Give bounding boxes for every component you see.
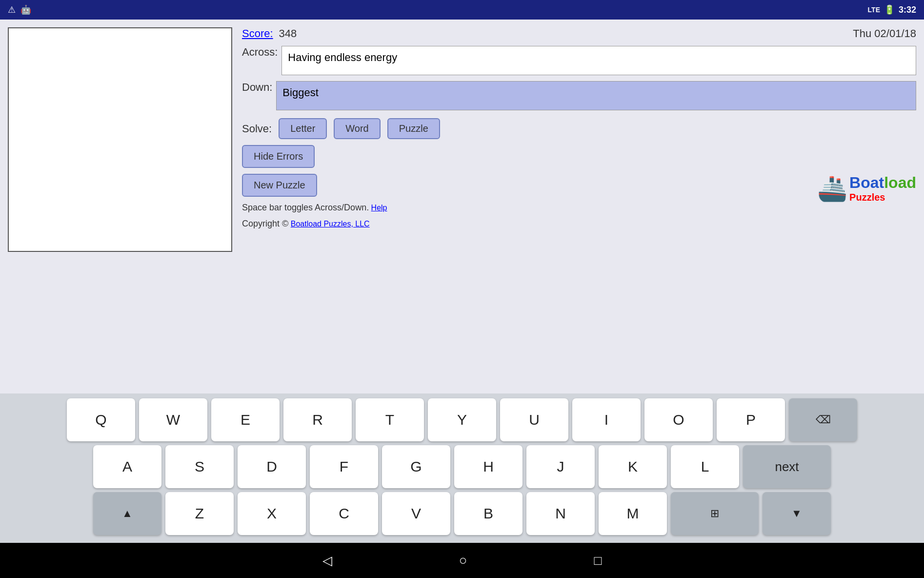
copyright-link[interactable]: Boatload Puzzles, LLC bbox=[291, 220, 370, 228]
battery-icon: 🔋 bbox=[884, 4, 895, 15]
key-z[interactable]: Z bbox=[165, 492, 234, 535]
key-o[interactable]: O bbox=[644, 398, 713, 441]
key-l[interactable]: L bbox=[671, 445, 739, 488]
key-m[interactable]: M bbox=[599, 492, 667, 535]
time-display: 3:32 bbox=[899, 5, 916, 15]
game-area: Score: 348 Thu 02/01/18 Across: Having e… bbox=[0, 20, 924, 393]
boat-icon: 🚢 bbox=[817, 174, 847, 203]
boatload-logo: 🚢 Boatload Puzzles bbox=[817, 174, 916, 203]
key-backspace[interactable]: ⌫ bbox=[789, 398, 857, 441]
down-clue-text: Biggest bbox=[282, 86, 318, 99]
across-section: Across: Having endless energy bbox=[242, 46, 916, 75]
key-b[interactable]: B bbox=[454, 492, 522, 535]
key-f[interactable]: F bbox=[310, 445, 378, 488]
key-i[interactable]: I bbox=[572, 398, 641, 441]
help-link[interactable]: Help bbox=[371, 204, 387, 212]
key-next[interactable]: next bbox=[743, 445, 831, 488]
recent-apps-button[interactable] bbox=[594, 553, 602, 568]
logo-text-stack: Boatload Puzzles bbox=[849, 174, 916, 203]
key-d[interactable]: D bbox=[238, 445, 306, 488]
nav-bar bbox=[0, 543, 924, 578]
key-s[interactable]: S bbox=[165, 445, 234, 488]
right-panel: Score: 348 Thu 02/01/18 Across: Having e… bbox=[242, 27, 916, 386]
solve-row: Solve: Letter Word Puzzle bbox=[242, 118, 916, 139]
key-v[interactable]: V bbox=[382, 492, 450, 535]
key-y[interactable]: Y bbox=[428, 398, 496, 441]
copyright-text: Copyright © bbox=[242, 219, 288, 228]
boatload-blue-text: Boat bbox=[849, 174, 884, 191]
solve-word-button[interactable]: Word bbox=[334, 118, 380, 139]
copyright-row: Copyright © Boatload Puzzles, LLC bbox=[242, 219, 387, 229]
keyboard-row-2: A S D F G H J K L next bbox=[4, 445, 920, 488]
keyboard: Q W E R T Y U I O P ⌫ A S D F G H J K L … bbox=[0, 393, 924, 543]
key-shift[interactable]: ▲ bbox=[93, 492, 161, 535]
crossword-grid[interactable] bbox=[8, 27, 232, 252]
key-j[interactable]: J bbox=[526, 445, 595, 488]
help-row: Space bar toggles Across/Down. Help bbox=[242, 203, 387, 213]
new-puzzle-button[interactable]: New Puzzle bbox=[242, 174, 317, 197]
warning-icon: ⚠ bbox=[8, 4, 16, 15]
hide-errors-button[interactable]: Hide Errors bbox=[242, 145, 315, 168]
date-display: Thu 02/01/18 bbox=[853, 27, 916, 40]
key-n[interactable]: N bbox=[526, 492, 595, 535]
key-w[interactable]: W bbox=[139, 398, 207, 441]
boatload-green-text: load bbox=[884, 174, 916, 191]
key-layout[interactable]: ⊞ bbox=[671, 492, 759, 535]
key-q[interactable]: Q bbox=[67, 398, 135, 441]
key-r[interactable]: R bbox=[283, 398, 352, 441]
solve-letter-button[interactable]: Letter bbox=[279, 118, 327, 139]
bottom-area: New Puzzle Space bar toggles Across/Down… bbox=[242, 174, 916, 229]
boatload-title: Boatload bbox=[849, 174, 916, 192]
down-label: Down: bbox=[242, 81, 272, 94]
keyboard-row-1: Q W E R T Y U I O P ⌫ bbox=[4, 398, 920, 441]
key-p[interactable]: P bbox=[717, 398, 785, 441]
score-section: Score: 348 bbox=[242, 27, 297, 40]
status-right: LTE 🔋 3:32 bbox=[868, 4, 916, 15]
down-section: Down: Biggest bbox=[242, 81, 916, 110]
home-button[interactable] bbox=[459, 553, 467, 568]
keyboard-row-3: ▲ Z X C V B N M ⊞ ▼ bbox=[4, 492, 920, 535]
across-clue-text: Having endless energy bbox=[288, 51, 397, 63]
key-down[interactable]: ▼ bbox=[763, 492, 831, 535]
score-date-row: Score: 348 Thu 02/01/18 bbox=[242, 27, 916, 40]
down-clue-box[interactable]: Biggest bbox=[276, 81, 916, 110]
score-label[interactable]: Score: bbox=[242, 27, 273, 40]
across-label: Across: bbox=[242, 46, 278, 59]
lte-icon: LTE bbox=[868, 6, 880, 14]
key-t[interactable]: T bbox=[356, 398, 424, 441]
across-clue-box[interactable]: Having endless energy bbox=[281, 46, 916, 75]
status-left: ⚠ 🤖 bbox=[8, 4, 31, 15]
help-text: Space bar toggles Across/Down. bbox=[242, 203, 369, 212]
back-button[interactable] bbox=[322, 553, 332, 568]
android-icon: 🤖 bbox=[20, 4, 31, 15]
key-e[interactable]: E bbox=[211, 398, 280, 441]
key-g[interactable]: G bbox=[382, 445, 450, 488]
key-a[interactable]: A bbox=[93, 445, 161, 488]
score-value: 348 bbox=[279, 27, 297, 40]
key-h[interactable]: H bbox=[454, 445, 522, 488]
key-u[interactable]: U bbox=[500, 398, 568, 441]
key-k[interactable]: K bbox=[599, 445, 667, 488]
solve-puzzle-button[interactable]: Puzzle bbox=[387, 118, 440, 139]
key-c[interactable]: C bbox=[310, 492, 378, 535]
boatload-puzzles-text: Puzzles bbox=[849, 192, 916, 203]
key-x[interactable]: X bbox=[238, 492, 306, 535]
status-bar: ⚠ 🤖 LTE 🔋 3:32 bbox=[0, 0, 924, 20]
solve-label: Solve: bbox=[242, 123, 272, 135]
